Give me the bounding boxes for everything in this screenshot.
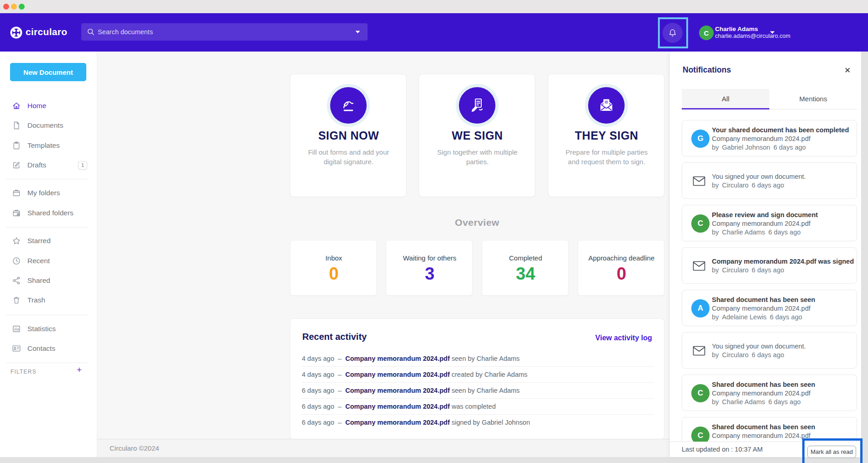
search-filter-caret-icon[interactable] [355, 31, 360, 34]
user-email: charlie.adams@circularo.com [715, 33, 790, 39]
last-updated-text: Last updated on : 10:37 AM [682, 442, 763, 457]
sidebar-item-recent[interactable]: Recent [0, 251, 97, 271]
circularo-logo-icon[interactable] [10, 26, 22, 39]
stat-card-deadline[interactable]: Approaching deadline 0 [578, 240, 664, 296]
stat-value: 34 [482, 264, 569, 284]
bar-chart-icon [12, 324, 21, 333]
share-icon [12, 276, 21, 285]
tab-mentions[interactable]: Mentions [769, 89, 857, 109]
contact-card-icon [12, 344, 21, 353]
notification-item[interactable]: C Shared document has been seen Company … [682, 375, 857, 411]
card-title: SIGN NOW [290, 129, 407, 142]
notification-item[interactable]: C Please review and sign document Compan… [682, 205, 857, 241]
clock-icon [12, 256, 21, 265]
notification-item[interactable]: You signed your own document. byCircular… [682, 162, 857, 199]
recent-activity-card: Recent activity View activity log 4 days… [290, 318, 664, 440]
card-description: Sign together with multiple parties. [432, 147, 523, 166]
brand-name[interactable]: circularo [26, 26, 67, 37]
sidebar-item-statistics[interactable]: Statistics [0, 319, 97, 339]
sidebar-item-trash[interactable]: Trash [0, 290, 97, 310]
sidebar-divider [6, 363, 88, 363]
close-window-button[interactable] [3, 4, 9, 10]
sidebar-item-shared[interactable]: Shared [0, 271, 97, 291]
search-placeholder: Search documents [98, 28, 153, 36]
tab-all[interactable]: All [682, 89, 769, 109]
envelope-icon [693, 176, 705, 186]
active-tab-underline [682, 108, 769, 109]
sidebar-divider [6, 315, 88, 315]
notification-item[interactable]: G Your shared document has been complete… [682, 120, 857, 156]
envelope-icon [693, 261, 705, 271]
activity-row[interactable]: 4 days ago – Company memorandum 2024.pdf… [302, 351, 653, 367]
stat-value: 0 [290, 264, 377, 284]
document-icon [12, 121, 21, 130]
mark-all-read-highlight-annotation [802, 438, 863, 463]
card-title: THEY SIGN [548, 129, 665, 142]
activity-file-link[interactable]: Company memorandum 2024.pdf [345, 403, 450, 410]
maximize-window-button[interactable] [19, 4, 25, 10]
activity-file-link[interactable]: Company memorandum 2024.pdf [345, 355, 450, 362]
sender-avatar: G [691, 130, 710, 148]
user-menu[interactable]: C Charlie Adams charlie.adams@circularo.… [699, 24, 781, 42]
sign-now-card[interactable]: SIGN NOW Fill out forms and add your dig… [290, 74, 406, 197]
main-footer: Circularo ©2024 [97, 439, 670, 457]
activity-row[interactable]: 4 days ago – Company memorandum 2024.pdf… [302, 367, 653, 383]
sidebar-item-drafts[interactable]: Drafts 1 [0, 155, 97, 175]
drafts-count-badge: 1 [78, 161, 87, 170]
sidebar-item-contacts[interactable]: Contacts [0, 338, 97, 359]
signature-icon [330, 87, 367, 124]
activity-file-link[interactable]: Company memorandum 2024.pdf [345, 419, 450, 426]
stat-card-inbox[interactable]: Inbox 0 [290, 240, 377, 296]
edit-icon [12, 161, 21, 170]
activity-row[interactable]: 6 days ago – Company memorandum 2024.pdf… [302, 383, 653, 399]
sidebar-item-starred[interactable]: Starred [0, 231, 97, 251]
notification-item[interactable]: You signed your own document. byCircular… [682, 332, 857, 369]
minimize-window-button[interactable] [11, 4, 17, 10]
stat-value: 0 [578, 264, 665, 284]
card-title: WE SIGN [419, 129, 536, 142]
sidebar-item-home[interactable]: Home [0, 96, 97, 116]
activity-row[interactable]: 6 days ago – Company memorandum 2024.pdf… [302, 399, 653, 415]
add-filter-button[interactable]: + [77, 365, 82, 375]
sidebar-item-documents[interactable]: Documents [0, 115, 97, 135]
home-icon [12, 101, 21, 110]
new-document-button[interactable]: New Document [10, 63, 86, 81]
stat-value: 3 [386, 264, 473, 284]
activity-file-link[interactable]: Company memorandum 2024.pdf [345, 387, 450, 394]
we-sign-card[interactable]: WE SIGN Sign together with multiple part… [419, 74, 535, 197]
folder-icon [12, 188, 21, 198]
tab-divider [769, 109, 857, 109]
recent-activity-heading: Recent activity [302, 332, 367, 342]
copyright-text: Circularo ©2024 [110, 439, 159, 458]
notification-item[interactable]: A Shared document has been seen Company … [682, 290, 857, 326]
user-name: Charlie Adams [715, 26, 758, 32]
sender-avatar: A [691, 299, 710, 317]
sender-avatar: C [691, 384, 710, 402]
activity-file-link[interactable]: Company memorandum 2024.pdf [345, 371, 450, 378]
envelope-icon [693, 346, 705, 356]
activity-row[interactable]: 6 days ago – Company memorandum 2024.pdf… [302, 415, 653, 431]
close-icon[interactable]: ✕ [844, 66, 851, 75]
card-description: Fill out forms and add your digital sign… [303, 147, 394, 166]
star-icon [12, 236, 21, 245]
app-window: circularo Search documents C Charlie Ada… [0, 0, 868, 463]
view-activity-log-link[interactable]: View activity log [595, 334, 652, 342]
sidebar-item-shared-folders[interactable]: Shared folders [0, 203, 97, 223]
stat-card-completed[interactable]: Completed 34 [482, 240, 568, 296]
sidebar-item-my-folders[interactable]: My folders [0, 183, 97, 203]
macos-titlebar [0, 0, 868, 13]
sidebar-divider [6, 179, 88, 179]
search-input[interactable]: Search documents [81, 23, 368, 41]
clipboard-icon [12, 141, 21, 150]
overview-heading: Overview [290, 217, 664, 228]
shared-folder-icon [12, 208, 21, 218]
stat-card-waiting[interactable]: Waiting for others 3 [386, 240, 473, 296]
they-sign-card[interactable]: THEY SIGN Prepare for multiple parties a… [548, 74, 664, 197]
sender-avatar: C [691, 214, 710, 233]
filters-label: FILTERS [11, 369, 37, 375]
sidebar-item-templates[interactable]: Templates [0, 135, 97, 156]
user-menu-caret-icon[interactable] [770, 31, 775, 34]
notification-item[interactable]: Company memorandum 2024.pdf was signed b… [682, 247, 857, 284]
envelope-letter-icon [588, 87, 625, 124]
search-icon [87, 28, 95, 36]
